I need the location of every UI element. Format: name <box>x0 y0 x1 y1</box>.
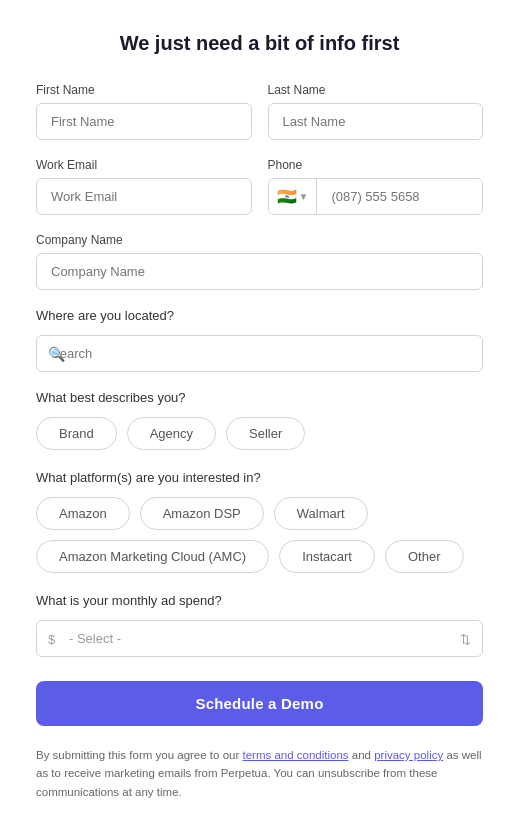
first-name-group: First Name <box>36 83 252 140</box>
disclaimer-text: By submitting this form you agree to our… <box>36 746 483 801</box>
email-phone-row: Work Email Phone 🇮🇳 ▼ <box>36 158 483 215</box>
ad-spend-select-wrapper: $ - Select - $0 - $5,000 $5,000 - $20,00… <box>36 620 483 657</box>
location-section: Where are you located? 🔍 <box>36 308 483 372</box>
submit-button[interactable]: Schedule a Demo <box>36 681 483 726</box>
phone-input[interactable] <box>317 179 482 214</box>
phone-flag[interactable]: 🇮🇳 ▼ <box>269 179 318 214</box>
privacy-link[interactable]: privacy policy <box>374 749 443 761</box>
describe-option-seller[interactable]: Seller <box>226 417 305 450</box>
last-name-input[interactable] <box>268 103 484 140</box>
platform-option-amc[interactable]: Amazon Marketing Cloud (AMC) <box>36 540 269 573</box>
last-name-group: Last Name <box>268 83 484 140</box>
platform-section: What platform(s) are you interested in? … <box>36 470 483 573</box>
platform-option-amazon-dsp[interactable]: Amazon DSP <box>140 497 264 530</box>
company-name-input[interactable] <box>36 253 483 290</box>
name-row: First Name Last Name <box>36 83 483 140</box>
platform-option-other[interactable]: Other <box>385 540 464 573</box>
first-name-input[interactable] <box>36 103 252 140</box>
describe-label: What best describes you? <box>36 390 483 405</box>
dollar-icon: $ <box>48 631 55 646</box>
page-container: We just need a bit of info first First N… <box>0 0 519 813</box>
flag-icon: 🇮🇳 <box>277 187 297 206</box>
describe-toggle-group: Brand Agency Seller <box>36 417 483 450</box>
page-title: We just need a bit of info first <box>36 32 483 55</box>
first-name-label: First Name <box>36 83 252 97</box>
describe-section: What best describes you? Brand Agency Se… <box>36 390 483 450</box>
company-name-group: Company Name <box>36 233 483 290</box>
ad-spend-label: What is your monthly ad spend? <box>36 593 483 608</box>
describe-option-agency[interactable]: Agency <box>127 417 216 450</box>
location-search-input[interactable] <box>36 335 483 372</box>
platform-option-instacart[interactable]: Instacart <box>279 540 375 573</box>
work-email-label: Work Email <box>36 158 252 172</box>
platform-toggle-group: Amazon Amazon DSP Walmart Amazon Marketi… <box>36 497 483 573</box>
disclaimer-text-2: and <box>349 749 375 761</box>
work-email-group: Work Email <box>36 158 252 215</box>
search-icon: 🔍 <box>48 346 65 362</box>
platform-option-walmart[interactable]: Walmart <box>274 497 368 530</box>
company-name-label: Company Name <box>36 233 483 247</box>
platform-label: What platform(s) are you interested in? <box>36 470 483 485</box>
ad-spend-select[interactable]: - Select - $0 - $5,000 $5,000 - $20,000 … <box>36 620 483 657</box>
phone-wrapper: 🇮🇳 ▼ <box>268 178 484 215</box>
work-email-input[interactable] <box>36 178 252 215</box>
phone-label: Phone <box>268 158 484 172</box>
platform-option-amazon[interactable]: Amazon <box>36 497 130 530</box>
terms-link[interactable]: terms and conditions <box>242 749 348 761</box>
location-search-wrapper: 🔍 <box>36 335 483 372</box>
phone-group: Phone 🇮🇳 ▼ <box>268 158 484 215</box>
ad-spend-section: What is your monthly ad spend? $ - Selec… <box>36 593 483 657</box>
describe-option-brand[interactable]: Brand <box>36 417 117 450</box>
disclaimer-text-1: By submitting this form you agree to our <box>36 749 242 761</box>
flag-chevron: ▼ <box>299 191 309 202</box>
location-label: Where are you located? <box>36 308 483 323</box>
last-name-label: Last Name <box>268 83 484 97</box>
